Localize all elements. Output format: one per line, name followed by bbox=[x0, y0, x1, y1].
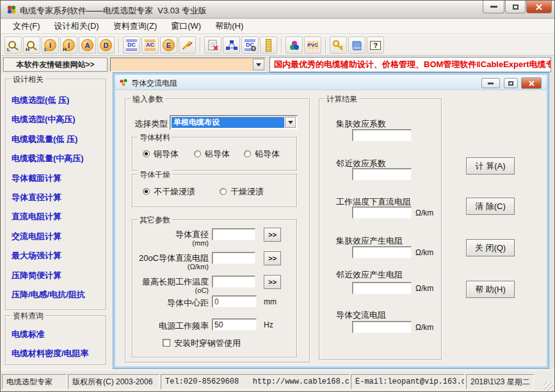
close-button[interactable]: 关 闭(Q) bbox=[466, 239, 515, 256]
center-distance-unit: mm bbox=[264, 297, 277, 306]
ac-icon: AC bbox=[145, 40, 156, 51]
status-copyright: 版权所有(C) 2003-2006 bbox=[68, 374, 159, 389]
diameter-unit-label: (mm) bbox=[124, 239, 209, 247]
radio-copper-label[interactable]: 铜导体 bbox=[154, 148, 179, 160]
dc-resistance-button[interactable]: DC bbox=[123, 36, 140, 54]
dc-resistance-20c-input[interactable] bbox=[212, 252, 255, 264]
max-temp-input[interactable] bbox=[212, 276, 255, 288]
clear-button[interactable]: 清 除(C) bbox=[466, 198, 515, 215]
notepad-icon bbox=[207, 39, 220, 52]
field-strength-button[interactable]: E bbox=[160, 36, 177, 54]
minimize-icon[interactable] bbox=[483, 1, 504, 13]
sidebar-item-impedance[interactable]: 压降/电感/电抗/阻抗 bbox=[12, 289, 85, 301]
menu-file[interactable]: 文件(F) bbox=[6, 19, 47, 34]
steel-pipe-checkbox-label[interactable]: 安装时穿钢管使用 bbox=[174, 338, 241, 349]
diameter-more-button[interactable]: >> bbox=[264, 228, 281, 242]
calculate-button[interactable]: 计 算(A) bbox=[466, 157, 515, 175]
layout-type-combobox[interactable]: 单根电缆布设 bbox=[170, 115, 298, 130]
help-button[interactable]: ? bbox=[367, 36, 384, 54]
skin-effect-coeff-input[interactable] bbox=[352, 129, 412, 141]
ac-resistance-button[interactable]: AC bbox=[141, 36, 159, 54]
cable-select-hv-button[interactable]: H bbox=[23, 36, 40, 54]
radio-aluminum-label[interactable]: 铝导体 bbox=[205, 148, 230, 160]
radio-dried[interactable] bbox=[220, 188, 227, 195]
radio-lead-label[interactable]: 铅导体 bbox=[255, 148, 280, 160]
sidebar-group-title: 设计相关 bbox=[11, 74, 45, 85]
radio-aluminum[interactable] bbox=[194, 150, 201, 157]
combo-dropdown-button[interactable] bbox=[285, 117, 296, 128]
radio-not-dried[interactable] bbox=[143, 188, 150, 195]
dc-resistance-more-button[interactable]: >> bbox=[264, 251, 281, 265]
status-app-name: 电缆选型专家 bbox=[2, 374, 67, 389]
sidebar-item-cable-select-hv[interactable]: 电缆选型(中高压) bbox=[12, 114, 76, 125]
center-distance-label: 导体中心距 bbox=[124, 297, 209, 309]
manual-book-button[interactable] bbox=[348, 36, 366, 54]
pvc-material-button[interactable]: PVC bbox=[304, 36, 321, 54]
maximize-icon[interactable] bbox=[505, 1, 526, 13]
ampacity-lv-button[interactable]: I L bbox=[42, 36, 59, 54]
sidebar-item-cable-select-lv[interactable]: 电缆选型(低 压) bbox=[12, 95, 69, 106]
status-contact: Tel:020-85629608 http://www.cable168.com bbox=[161, 374, 350, 389]
conductor-diameter-button[interactable]: D bbox=[97, 36, 115, 54]
radio-copper[interactable] bbox=[143, 150, 150, 157]
steel-pipe-checkbox[interactable] bbox=[163, 339, 170, 347]
group-title: 输入参数 bbox=[131, 94, 165, 105]
ruler-button[interactable] bbox=[260, 36, 277, 54]
sidebar-item-field-strength[interactable]: 最大场强计算 bbox=[12, 250, 61, 262]
cable-select-lv-button[interactable]: L bbox=[4, 36, 22, 54]
sidebar-item-ac-resistance[interactable]: 交流电阻计算 bbox=[12, 231, 61, 242]
menu-help[interactable]: 帮助(H) bbox=[208, 19, 250, 34]
help-icon: ? bbox=[370, 41, 381, 50]
resize-grip[interactable] bbox=[544, 382, 553, 391]
sidebar-item-dc-resistance[interactable]: 直流电阻计算 bbox=[12, 211, 61, 223]
impedance-network-button[interactable] bbox=[223, 36, 240, 54]
sidebar-item-voltage-drop[interactable]: 压降简便计算 bbox=[12, 270, 61, 281]
friend-links-button[interactable]: 本软件友情链接网站>> bbox=[3, 58, 108, 72]
dialog-close-icon[interactable] bbox=[521, 77, 542, 89]
group-title: 计算结果 bbox=[325, 94, 359, 105]
menu-window[interactable]: 窗口(W) bbox=[164, 19, 208, 34]
close-icon[interactable] bbox=[526, 1, 552, 13]
dialog-title: 导体交流电阻 bbox=[131, 78, 177, 89]
ohm-per-km-unit: Ω/km bbox=[415, 323, 433, 332]
voltage-drop-curve-button[interactable] bbox=[179, 36, 196, 54]
dialog-restore-icon[interactable] bbox=[504, 78, 518, 88]
skin-effect-resistance-input[interactable] bbox=[352, 246, 412, 258]
menu-data-query[interactable]: 资料查询(Z) bbox=[106, 19, 165, 34]
dialog-icon bbox=[119, 78, 128, 87]
sidebar-item-conductor-area[interactable]: 导体截面计算 bbox=[12, 173, 61, 184]
voltage-drop-calc-button[interactable] bbox=[204, 36, 221, 54]
group-title: 导体干燥 bbox=[138, 169, 172, 180]
material-density-button[interactable] bbox=[286, 36, 303, 54]
sidebar-item-conductor-diameter[interactable]: 导体直径计算 bbox=[12, 192, 61, 203]
conductor-area-button[interactable]: A bbox=[79, 36, 96, 54]
sidebar-item-ampacity-hv[interactable]: 电缆载流量(中高压) bbox=[12, 153, 84, 164]
radio-dried-label[interactable]: 干燥浸渍 bbox=[230, 186, 264, 198]
diameter-input[interactable] bbox=[212, 228, 255, 240]
combo-dropdown-button[interactable] bbox=[253, 59, 264, 70]
sidebar-item-material-density[interactable]: 电缆材料密度/电阻率 bbox=[12, 348, 89, 359]
max-temp-more-button[interactable]: >> bbox=[264, 275, 281, 289]
help-button[interactable]: 帮 助(H) bbox=[466, 281, 515, 298]
dc-lookup-button[interactable]: DC bbox=[241, 36, 259, 54]
radio-not-dried-label[interactable]: 不干燥浸渍 bbox=[154, 186, 195, 198]
key-icon bbox=[332, 39, 345, 52]
proximity-effect-coeff-input[interactable] bbox=[352, 168, 412, 180]
website-combobox[interactable] bbox=[110, 58, 266, 72]
dc-resistance-at-temp-input[interactable] bbox=[352, 207, 412, 219]
ampacity-hv-button[interactable]: I H bbox=[60, 36, 77, 54]
ac-resistance-input[interactable] bbox=[352, 321, 412, 333]
magnifier-ring-icon bbox=[251, 46, 256, 51]
frequency-unit: Hz bbox=[264, 320, 273, 329]
radio-lead[interactable] bbox=[244, 150, 251, 157]
proximity-effect-resistance-input[interactable] bbox=[352, 282, 412, 294]
center-distance-input[interactable] bbox=[212, 295, 257, 308]
sidebar-item-cable-standard[interactable]: 电缆标准 bbox=[12, 329, 45, 340]
license-key-button[interactable] bbox=[330, 36, 347, 54]
menu-design[interactable]: 设计相关(D) bbox=[47, 19, 106, 34]
frequency-input[interactable] bbox=[212, 318, 257, 331]
dialog-minimize-icon[interactable] bbox=[481, 78, 500, 88]
max-temp-unit-label: (oC) bbox=[124, 286, 209, 294]
sidebar-item-ampacity-lv[interactable]: 电缆载流量(低 压) bbox=[12, 134, 77, 145]
toolbar-separator bbox=[281, 38, 282, 53]
